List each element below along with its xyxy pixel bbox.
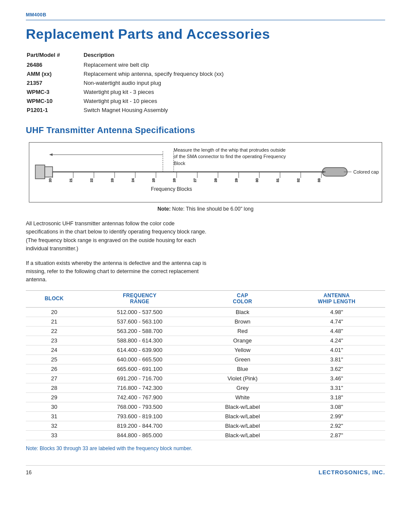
cell-block: 33: [26, 430, 82, 440]
cell-cap_color: Black-w/Label: [197, 411, 288, 421]
svg-text:26: 26: [172, 178, 176, 182]
cell-block: 31: [26, 411, 82, 421]
svg-text:29: 29: [234, 178, 238, 182]
page-footer: 16 LECTROSONICS, INC.: [26, 465, 385, 476]
svg-text:31: 31: [276, 178, 280, 182]
cell-block: 20: [26, 307, 82, 317]
cell-freq_range: 588.800 - 614.300: [82, 336, 197, 345]
cell-whip_length: 4.98": [288, 307, 385, 317]
cell-freq_range: 563.200 - 588.700: [82, 326, 197, 336]
cell-freq_range: 512.000 - 537.500: [82, 307, 197, 317]
table-row: 30768.000 - 793.500Black-w/Label3.08": [26, 402, 385, 411]
cell-block: 26: [26, 364, 82, 373]
cell-freq_range: 614.400 - 639.900: [82, 345, 197, 355]
cell-whip_length: 4.01": [288, 345, 385, 355]
svg-text:28: 28: [214, 178, 218, 182]
cell-cap_color: Brown: [197, 317, 288, 326]
cell-block: 24: [26, 345, 82, 355]
page-title: Replacement Parts and Accessories: [26, 26, 385, 42]
col-block: BLOCK: [26, 290, 82, 307]
svg-rect-1: [45, 167, 53, 177]
table-row: 26665.600 - 691.100Blue3.62": [26, 364, 385, 373]
part-model: WPMC-10: [27, 97, 83, 105]
cell-whip_length: 3.18": [288, 392, 385, 402]
cell-freq_range: 716.800 - 742.300: [82, 383, 197, 392]
cell-freq_range: 742.400 - 767.900: [82, 392, 197, 402]
table-row: 32819.200 - 844.700Black-w/Label2.92": [26, 421, 385, 430]
antenna-section-title: UHF Transmitter Antenna Specifications: [26, 125, 385, 135]
cell-block: 21: [26, 317, 82, 326]
table-row: 20512.000 - 537.500Black4.98": [26, 307, 385, 317]
col-whip-length: ANTENNAWHIP LENGTH: [288, 290, 385, 307]
cell-cap_color: Violet (Pink): [197, 373, 288, 383]
frequency-table: BLOCK FREQUENCYRANGE CAPCOLOR ANTENNAWHI…: [26, 290, 385, 440]
cell-cap_color: Black-w/Label: [197, 430, 288, 440]
cell-whip_length: 2.87": [288, 430, 385, 440]
svg-text:20: 20: [48, 178, 52, 182]
table-row: 31793.600 - 819.100Black-w/Label2.99": [26, 411, 385, 421]
svg-text:21: 21: [69, 178, 73, 182]
cell-cap_color: Blue: [197, 364, 288, 373]
cell-cap_color: Orange: [197, 336, 288, 345]
part-model: Part/Model #: [27, 51, 83, 60]
diagram-note: Note: Note: This line should be 6.00" lo…: [26, 206, 385, 212]
cell-whip_length: 3.08": [288, 402, 385, 411]
table-row: 25640.000 - 665.500Green3.81": [26, 355, 385, 364]
cell-whip_length: 2.99": [288, 411, 385, 421]
table-row: 23588.800 - 614.300Orange4.24": [26, 336, 385, 345]
svg-rect-3: [322, 168, 347, 176]
top-rule: [26, 20, 385, 20]
part-description: Replacement whip antenna, specify freque…: [84, 70, 384, 78]
part-description: Description: [84, 51, 384, 60]
part-description: Non-watertight audio input plug: [84, 79, 384, 87]
cell-cap_color: Red: [197, 326, 288, 336]
cell-cap_color: Black: [197, 307, 288, 317]
company-name: LECTROSONICS, INC.: [318, 469, 385, 476]
cell-whip_length: 3.81": [288, 355, 385, 364]
svg-text:23: 23: [110, 178, 114, 182]
svg-text:33: 33: [317, 178, 321, 182]
svg-text:22: 22: [90, 178, 93, 182]
svg-rect-0: [35, 165, 45, 179]
table-row: 22563.200 - 588.700Red4.48": [26, 326, 385, 336]
part-model: 21357: [27, 79, 83, 87]
cell-whip_length: 3.62": [288, 364, 385, 373]
svg-text:24: 24: [131, 178, 135, 182]
table-row: 33844.800 - 865.000Black-w/Label2.87": [26, 430, 385, 440]
part-description: Switch Magnet Housing Assembly: [84, 106, 384, 114]
svg-marker-9: [49, 153, 53, 156]
svg-text:30: 30: [255, 178, 259, 182]
model-label: MM400B: [26, 12, 385, 17]
table-row: 24614.400 - 639.900Yellow4.01": [26, 345, 385, 355]
parts-table: Part/Model #Description26486Replacement …: [26, 50, 385, 115]
cell-freq_range: 819.200 - 844.700: [82, 421, 197, 430]
cell-block: 29: [26, 392, 82, 402]
cell-cap_color: Black-w/Label: [197, 421, 288, 430]
svg-text:Frequency Blocks: Frequency Blocks: [151, 186, 192, 192]
part-model: WPMC-3: [27, 88, 83, 96]
cell-whip_length: 4.74": [288, 317, 385, 326]
svg-text:32: 32: [296, 178, 300, 182]
svg-text:Colored cap: Colored cap: [353, 169, 379, 174]
table-note: Note: Blocks 30 through 33 are labeled w…: [26, 445, 198, 452]
cell-freq_range: 665.600 - 691.100: [82, 364, 197, 373]
cell-block: 25: [26, 355, 82, 364]
svg-text:27: 27: [193, 178, 197, 182]
part-description: Replacement wire belt clip: [84, 61, 384, 69]
table-row: 28716.800 - 742.300Grey3.31": [26, 383, 385, 392]
cell-freq_range: 640.000 - 665.500: [82, 355, 197, 364]
cell-whip_length: 4.48": [288, 326, 385, 336]
cell-cap_color: White: [197, 392, 288, 402]
part-model: P1201-1: [27, 106, 83, 114]
cell-freq_range: 691.200 - 716.700: [82, 373, 197, 383]
part-model: 26486: [27, 61, 83, 69]
table-row: 29742.400 - 767.900White3.18": [26, 392, 385, 402]
svg-text:25: 25: [152, 178, 156, 182]
cell-whip_length: 3.46": [288, 373, 385, 383]
part-description: Watertight plug kit - 10 pieces: [84, 97, 384, 105]
page-number: 16: [26, 470, 31, 476]
cell-block: 30: [26, 402, 82, 411]
cell-whip_length: 4.24": [288, 336, 385, 345]
cell-block: 23: [26, 336, 82, 345]
cell-block: 22: [26, 326, 82, 336]
